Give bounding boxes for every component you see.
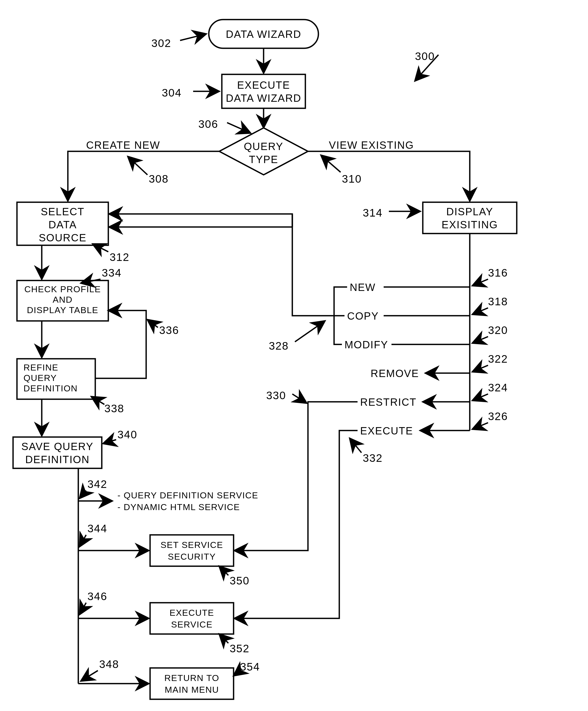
node-return-main-menu: RETURN TO MAIN MENU: [150, 668, 234, 699]
svg-text:AND: AND: [53, 295, 72, 304]
ref-310: 310: [321, 155, 362, 185]
svg-text:304: 304: [162, 87, 182, 99]
svg-text:DATA: DATA: [48, 219, 77, 230]
svg-text:346: 346: [87, 590, 107, 602]
svg-line-86: [472, 279, 488, 286]
svg-line-92: [472, 337, 488, 343]
svg-text:312: 312: [110, 251, 129, 263]
ref-300: 300: [415, 50, 438, 81]
svg-text:DEFINITION: DEFINITION: [25, 454, 90, 465]
svg-line-109: [350, 438, 361, 453]
svg-rect-78: [150, 668, 234, 699]
option-copy: COPY: [347, 310, 379, 322]
svg-text:300: 300: [415, 50, 435, 62]
svg-text:MAIN MENU: MAIN MENU: [165, 685, 219, 694]
svg-line-101: [472, 423, 488, 429]
svg-text:QUERY: QUERY: [244, 141, 284, 152]
ref-324: 324: [472, 382, 508, 401]
ref-340: 340: [103, 428, 137, 444]
svg-text:316: 316: [488, 267, 508, 279]
svg-text:CHECK PROFILE: CHECK PROFILE: [24, 284, 101, 294]
svg-line-17: [227, 123, 251, 133]
ref-322: 322: [472, 353, 508, 372]
svg-text:DEFINITION: DEFINITION: [23, 383, 78, 393]
svg-line-98: [472, 394, 488, 401]
svg-line-89: [472, 308, 488, 315]
svg-line-48: [147, 320, 158, 327]
svg-text:DISPLAY: DISPLAY: [446, 206, 493, 217]
ref-346: 346: [80, 590, 107, 615]
svg-line-107: [292, 394, 307, 403]
svg-text:SECURITY: SECURITY: [168, 552, 216, 561]
ref-302: 302: [151, 34, 206, 49]
node-query-type: QUERY TYPE: [219, 128, 308, 175]
ref-354: 354: [234, 661, 260, 676]
svg-line-66: [219, 566, 228, 575]
svg-text:RETURN TO: RETURN TO: [164, 673, 219, 683]
branch-view-existing: VIEW EXISTING: [329, 139, 414, 151]
ref-330: 330: [266, 389, 307, 403]
svg-text:308: 308: [149, 173, 169, 185]
note-services-l2: - DYNAMIC HTML SERVICE: [118, 502, 240, 512]
ref-348: 348: [81, 658, 119, 681]
svg-line-105: [295, 321, 325, 342]
ref-328: 328: [269, 321, 325, 352]
svg-text:QUERY: QUERY: [23, 373, 57, 383]
svg-line-69: [80, 603, 86, 615]
svg-text:320: 320: [488, 324, 508, 336]
svg-text:TYPE: TYPE: [249, 154, 278, 165]
ref-304: 304: [162, 87, 219, 99]
svg-text:348: 348: [99, 658, 119, 670]
option-restrict: RESTRICT: [360, 396, 417, 408]
svg-text:328: 328: [269, 340, 289, 352]
svg-text:350: 350: [230, 575, 250, 587]
svg-text:302: 302: [151, 37, 171, 49]
svg-line-54: [103, 440, 116, 444]
branch-create-new: CREATE NEW: [86, 139, 160, 151]
ref-352: 352: [219, 634, 250, 655]
node-refine-query: REFINE QUERY DEFINITION: [17, 359, 95, 399]
ref-336: 336: [147, 320, 179, 336]
node-execute-service: EXECUTE SERVICE: [150, 603, 234, 634]
svg-text:318: 318: [488, 295, 508, 308]
svg-text:340: 340: [118, 428, 137, 441]
svg-line-19: [128, 156, 147, 175]
node-select-data-source: SELECT DATA SOURCE: [17, 202, 108, 245]
svg-text:SOURCE: SOURCE: [39, 232, 86, 243]
svg-line-21: [321, 155, 341, 172]
node-execute-data-wizard: EXECUTE DATA WIZARD: [222, 74, 306, 108]
node-set-service-security: SET SERVICE SECURITY: [150, 535, 234, 566]
svg-text:306: 306: [198, 118, 218, 130]
svg-line-74: [219, 634, 228, 643]
option-modify: MODIFY: [344, 339, 388, 350]
svg-text:SELECT: SELECT: [41, 206, 85, 217]
ref-306: 306: [198, 118, 251, 133]
svg-text:DISPLAY TABLE: DISPLAY TABLE: [27, 305, 98, 315]
svg-text:EXECUTE: EXECUTE: [169, 608, 214, 618]
note-services-l1: - QUERY DEFINITION SERVICE: [118, 490, 258, 500]
ref-314: 314: [363, 207, 420, 219]
svg-text:DATA WIZARD: DATA WIZARD: [226, 28, 301, 40]
svg-text:342: 342: [87, 478, 107, 490]
svg-text:SERVICE: SERVICE: [171, 620, 212, 629]
svg-text:326: 326: [488, 410, 508, 423]
svg-text:SET SERVICE: SET SERVICE: [161, 540, 223, 550]
node-data-wizard: DATA WIZARD: [209, 20, 318, 48]
node-display-existing: DISPLAY EXISITING: [423, 202, 517, 234]
svg-text:338: 338: [104, 402, 124, 415]
option-execute: EXECUTE: [360, 425, 413, 436]
svg-line-46: [91, 396, 104, 404]
ref-350: 350: [219, 566, 250, 587]
ref-308: 308: [128, 156, 169, 185]
ref-344: 344: [80, 522, 107, 546]
ref-332: 332: [350, 438, 383, 464]
svg-line-95: [472, 365, 488, 372]
svg-line-77: [81, 671, 98, 681]
svg-text:352: 352: [230, 642, 250, 655]
flowchart: line, polyline, path.edge { stroke:#000;…: [0, 0, 588, 711]
svg-text:324: 324: [488, 382, 508, 394]
svg-line-5: [180, 34, 206, 40]
ref-342: 342: [80, 478, 107, 498]
svg-text:EXISITING: EXISITING: [442, 219, 498, 230]
svg-text:334: 334: [102, 267, 122, 279]
